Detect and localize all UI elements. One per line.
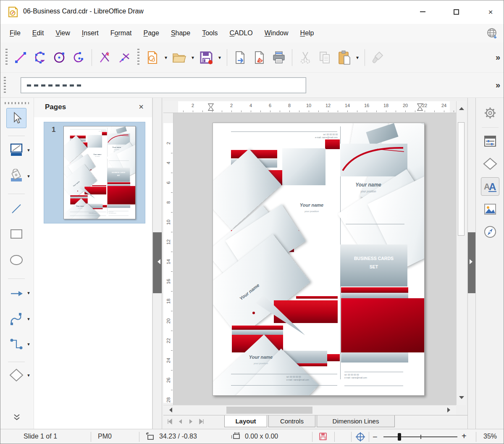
page-thumbnail-selected[interactable]: 1 Your nametel: 00 00 00 00 e-mail: name… bbox=[44, 122, 145, 223]
connector-dropdown[interactable]: ▾ bbox=[26, 342, 32, 347]
toolbar-grip[interactable] bbox=[5, 102, 29, 104]
menu-shape[interactable]: Shape bbox=[165, 27, 196, 39]
basic-shapes-tool-button[interactable] bbox=[6, 365, 26, 385]
basic-shapes-dropdown[interactable]: ▾ bbox=[26, 373, 32, 378]
ellipse-tool-button[interactable] bbox=[6, 250, 26, 270]
select-tool-button[interactable] bbox=[6, 108, 26, 128]
vertical-scrollbar[interactable] bbox=[456, 101, 466, 405]
menu-window[interactable]: Window bbox=[259, 27, 294, 39]
layer-name[interactable]: PM0 bbox=[98, 433, 112, 440]
horizontal-scroll-thumb[interactable] bbox=[226, 407, 312, 414]
line-style-combobox[interactable] bbox=[21, 77, 306, 93]
open-file-dropdown[interactable]: ▾ bbox=[190, 55, 196, 60]
sidebar-gallery-button[interactable] bbox=[481, 200, 499, 218]
sidebar-shapes-button[interactable] bbox=[481, 155, 499, 173]
line-color-tool-button[interactable] bbox=[6, 140, 26, 160]
sidebar-splitter[interactable] bbox=[467, 98, 476, 429]
fill-color-dropdown[interactable]: ▾ bbox=[26, 173, 32, 179]
print-button[interactable] bbox=[270, 48, 288, 67]
menu-format[interactable]: Format bbox=[105, 27, 138, 39]
scroll-up-icon[interactable] bbox=[459, 105, 464, 110]
previous-page-icon[interactable] bbox=[177, 418, 184, 425]
arrow-line-dropdown[interactable]: ▾ bbox=[26, 290, 32, 296]
pages-panel-splitter[interactable] bbox=[152, 98, 162, 429]
horizontal-ruler[interactable]: 224681012141618202224 bbox=[163, 101, 456, 113]
menu-page[interactable]: Page bbox=[138, 27, 165, 39]
vertical-scroll-thumb[interactable] bbox=[458, 122, 465, 236]
export-pdf-button[interactable] bbox=[251, 48, 268, 67]
object-size[interactable]: 0.00 x 0.00 bbox=[245, 433, 278, 440]
lines-and-arrows-tool-button[interactable] bbox=[6, 284, 26, 304]
horizontal-scrollbar[interactable] bbox=[163, 405, 456, 415]
cad-polygon-tool-button[interactable] bbox=[31, 48, 49, 67]
menu-insert[interactable]: Insert bbox=[76, 27, 105, 39]
ruler-tick bbox=[376, 110, 377, 112]
zoom-in-button[interactable]: + bbox=[462, 431, 467, 441]
zoom-level[interactable]: 35% bbox=[483, 433, 497, 440]
last-page-icon[interactable] bbox=[198, 418, 205, 425]
menu-file[interactable]: File bbox=[4, 27, 26, 39]
next-page-icon[interactable] bbox=[188, 418, 194, 425]
toolbar-grip[interactable] bbox=[5, 49, 8, 66]
tab-dimension-lines[interactable]: Dimension Lines bbox=[317, 415, 395, 427]
language-globe-icon[interactable] bbox=[486, 27, 499, 40]
sidebar-character-button[interactable]: A A bbox=[481, 177, 499, 196]
sidebar-navigator-button[interactable] bbox=[481, 223, 499, 241]
toolbar-overflow-button[interactable]: » bbox=[496, 53, 500, 62]
splitter-grab-area[interactable] bbox=[153, 232, 162, 293]
curve-tool-button[interactable] bbox=[6, 309, 26, 329]
menu-help[interactable]: Help bbox=[294, 27, 320, 39]
export-button[interactable] bbox=[231, 48, 249, 67]
insert-line-tool-button[interactable] bbox=[6, 199, 26, 219]
cad-extend-tool-button[interactable] bbox=[116, 48, 133, 67]
zoom-out-button[interactable]: − bbox=[373, 432, 378, 442]
ruler-margin-marker[interactable] bbox=[417, 103, 423, 111]
new-document-button[interactable] bbox=[144, 48, 161, 67]
vertical-ruler[interactable]: 246810121416182022242628 bbox=[163, 113, 173, 405]
cursor-position[interactable]: 34.23 / -0.83 bbox=[159, 433, 197, 440]
save-button[interactable] bbox=[197, 48, 215, 67]
line-color-dropdown[interactable]: ▾ bbox=[26, 147, 32, 153]
maximize-button[interactable] bbox=[446, 4, 466, 20]
sidebar-properties-button[interactable] bbox=[481, 132, 499, 150]
cad-line-tool-button[interactable] bbox=[12, 48, 29, 67]
toolbar-overflow-button[interactable]: » bbox=[496, 80, 500, 90]
scroll-right-icon[interactable] bbox=[447, 407, 453, 412]
fit-slide-icon[interactable] bbox=[355, 432, 365, 442]
paste-dropdown[interactable]: ▾ bbox=[354, 55, 360, 60]
cad-arc-tool-button[interactable] bbox=[70, 48, 87, 67]
toolbar-grip[interactable] bbox=[137, 49, 139, 66]
fill-color-tool-button[interactable] bbox=[6, 166, 26, 186]
scroll-down-icon[interactable] bbox=[459, 396, 464, 402]
curve-dropdown[interactable]: ▾ bbox=[26, 316, 32, 322]
menu-view[interactable]: View bbox=[50, 27, 76, 39]
connector-tool-button[interactable] bbox=[6, 334, 26, 354]
rectangle-tool-button[interactable] bbox=[6, 224, 26, 244]
toolbar-expand-button[interactable] bbox=[12, 414, 21, 423]
splitter-grab-area[interactable] bbox=[468, 232, 475, 293]
new-document-dropdown[interactable]: ▾ bbox=[163, 55, 169, 60]
menu-edit[interactable]: Edit bbox=[26, 27, 50, 39]
sidebar-settings-button[interactable] bbox=[481, 104, 499, 122]
toolbar-grip[interactable] bbox=[4, 77, 6, 94]
save-dropdown[interactable]: ▾ bbox=[217, 55, 223, 60]
pages-panel-close-icon[interactable]: × bbox=[136, 102, 146, 112]
tab-controls[interactable]: Controls bbox=[268, 415, 315, 427]
cad-trim-tool-button[interactable] bbox=[96, 48, 114, 67]
cad-circle-tool-button[interactable] bbox=[50, 48, 68, 67]
drawing-page[interactable]: Your nametel: 00 00 00 00 e-mail: name@m… bbox=[213, 123, 425, 396]
close-button[interactable]: × bbox=[481, 4, 500, 20]
tab-layout[interactable]: Layout bbox=[224, 415, 267, 427]
ruler-margin-marker[interactable] bbox=[208, 103, 214, 111]
open-file-button[interactable] bbox=[171, 48, 188, 67]
menu-cadlo[interactable]: CADLO bbox=[224, 27, 259, 39]
document-modified-icon[interactable] bbox=[319, 432, 327, 441]
artwork-rect bbox=[102, 205, 107, 208]
paste-button[interactable] bbox=[335, 48, 353, 67]
minimize-button[interactable] bbox=[413, 4, 432, 20]
menu-tools[interactable]: Tools bbox=[196, 27, 223, 39]
zoom-slider-thumb[interactable] bbox=[398, 433, 401, 441]
drawing-canvas[interactable]: Your nametel: 00 00 00 00 e-mail: name@m… bbox=[173, 113, 456, 405]
scroll-left-icon[interactable] bbox=[167, 407, 172, 412]
first-page-icon[interactable] bbox=[167, 418, 173, 425]
